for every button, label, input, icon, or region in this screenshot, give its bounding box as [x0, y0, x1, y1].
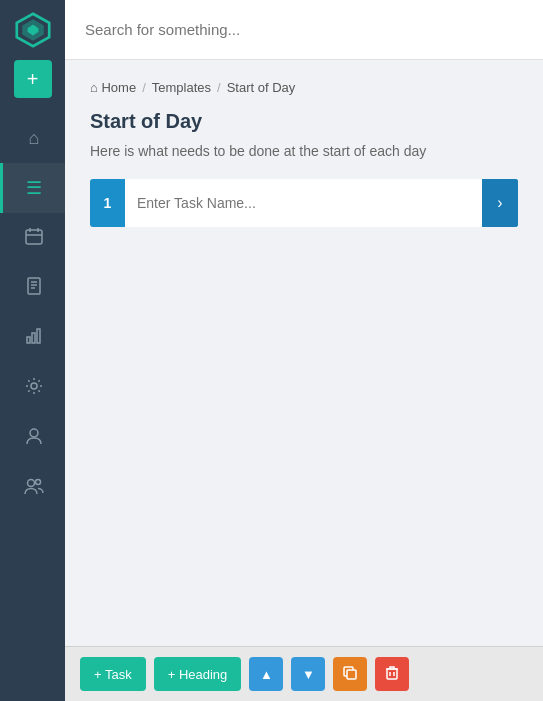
svg-point-14 — [31, 383, 37, 389]
breadcrumb-templates-link[interactable]: Templates — [152, 80, 211, 95]
notebook-icon — [25, 277, 43, 300]
sidebar-item-users[interactable] — [0, 463, 65, 513]
move-down-button[interactable]: ▼ — [291, 657, 325, 691]
sidebar-item-settings[interactable] — [0, 363, 65, 413]
svg-rect-12 — [32, 333, 35, 343]
sidebar-item-calendar[interactable] — [0, 213, 65, 263]
home-icon: ⌂ — [29, 128, 40, 149]
svg-rect-18 — [347, 670, 356, 679]
svg-point-16 — [28, 479, 35, 486]
breadcrumb-current: Start of Day — [227, 80, 296, 95]
home-breadcrumb-icon: ⌂ — [90, 80, 98, 95]
breadcrumb-sep-2: / — [217, 80, 221, 95]
page-subtitle: Here is what needs to be done at the sta… — [90, 143, 518, 159]
sidebar-item-user[interactable] — [0, 413, 65, 463]
delete-button[interactable] — [375, 657, 409, 691]
task-number: 1 — [90, 195, 125, 211]
svg-rect-19 — [387, 669, 397, 679]
add-heading-button[interactable]: + Heading — [154, 657, 242, 691]
add-task-button[interactable]: + Task — [80, 657, 146, 691]
task-name-input[interactable] — [125, 179, 482, 227]
add-button[interactable]: + — [14, 60, 52, 98]
breadcrumb-home-link[interactable]: Home — [101, 80, 136, 95]
task-row-1: 1 › — [90, 179, 518, 227]
svg-rect-13 — [37, 329, 40, 343]
bottom-toolbar: + Task + Heading ▲ ▼ — [65, 646, 543, 701]
sidebar-item-chart[interactable] — [0, 313, 65, 363]
arrow-up-icon: ▲ — [260, 667, 273, 682]
user-icon — [25, 427, 43, 450]
lists-icon: ☰ — [26, 177, 42, 199]
breadcrumb-sep-1: / — [142, 80, 146, 95]
trash-icon — [385, 665, 399, 684]
breadcrumb: ⌂ Home / Templates / Start of Day — [90, 80, 518, 95]
sidebar: + ⌂ ☰ — [0, 0, 65, 701]
topbar — [65, 0, 543, 60]
sidebar-item-home[interactable]: ⌂ — [0, 113, 65, 163]
copy-icon — [342, 665, 358, 684]
arrow-down-icon: ▼ — [302, 667, 315, 682]
task-expand-button[interactable]: › — [482, 179, 518, 227]
page-title: Start of Day — [90, 110, 518, 133]
content-area: ⌂ Home / Templates / Start of Day Start … — [65, 60, 543, 701]
move-up-button[interactable]: ▲ — [249, 657, 283, 691]
gear-icon — [25, 377, 43, 400]
search-input[interactable] — [85, 21, 523, 38]
svg-rect-7 — [28, 278, 40, 294]
chart-icon — [25, 327, 43, 350]
svg-point-17 — [36, 479, 41, 484]
svg-point-15 — [30, 429, 38, 437]
users-icon — [24, 477, 44, 500]
calendar-icon — [25, 227, 43, 250]
chevron-right-icon: › — [497, 194, 502, 212]
svg-rect-3 — [26, 230, 42, 244]
sidebar-nav: ⌂ ☰ — [0, 113, 65, 513]
copy-button[interactable] — [333, 657, 367, 691]
main-content: ⌂ Home / Templates / Start of Day Start … — [65, 0, 543, 701]
sidebar-item-lists[interactable]: ☰ — [0, 163, 65, 213]
sidebar-item-notebook[interactable] — [0, 263, 65, 313]
logo — [0, 0, 65, 60]
svg-rect-11 — [27, 337, 30, 343]
